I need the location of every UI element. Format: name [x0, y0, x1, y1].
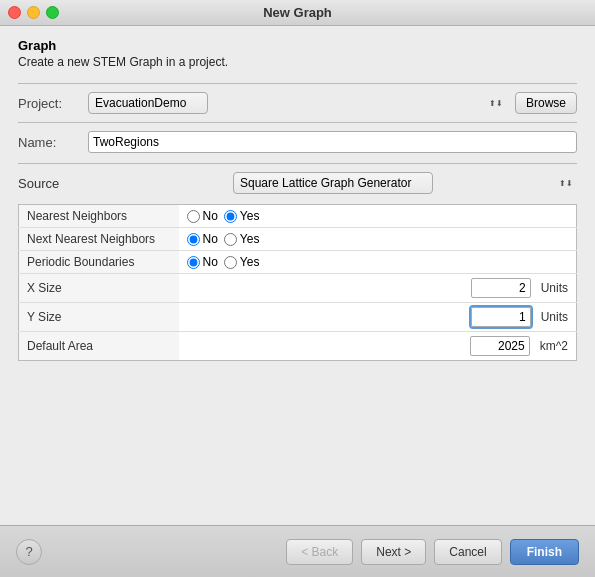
name-input[interactable] — [88, 131, 577, 153]
param-row-next-nearest-neighbors: Next Nearest Neighbors No Yes — [19, 228, 577, 251]
radio-nn-yes[interactable]: Yes — [224, 209, 260, 223]
help-button[interactable]: ? — [16, 539, 42, 565]
source-select-wrapper: Square Lattice Graph Generator — [233, 172, 577, 194]
param-name-x-size: X Size — [19, 274, 179, 303]
separator-2 — [18, 122, 577, 123]
radio-nn-no-input[interactable] — [187, 210, 200, 223]
param-control-periodic-boundaries: No Yes — [179, 251, 577, 274]
next-button[interactable]: Next > — [361, 539, 426, 565]
radio-nnn-no-input[interactable] — [187, 233, 200, 246]
source-select[interactable]: Square Lattice Graph Generator — [233, 172, 433, 194]
project-row: Project: EvacuationDemo Browse — [18, 92, 577, 114]
cancel-button[interactable]: Cancel — [434, 539, 501, 565]
param-control-default-area: km^2 — [179, 332, 577, 361]
minimize-button[interactable] — [27, 6, 40, 19]
param-name-next-nearest-neighbors: Next Nearest Neighbors — [19, 228, 179, 251]
param-row-periodic-boundaries: Periodic Boundaries No Yes — [19, 251, 577, 274]
param-control-nearest-neighbors: No Yes — [179, 205, 577, 228]
radio-nn-yes-input[interactable] — [224, 210, 237, 223]
param-name-nearest-neighbors: Nearest Neighbors — [19, 205, 179, 228]
radio-pb-no-input[interactable] — [187, 256, 200, 269]
name-row: Name: — [18, 131, 577, 153]
radio-nnn-yes[interactable]: Yes — [224, 232, 260, 246]
close-button[interactable] — [8, 6, 21, 19]
param-row-default-area: Default Area km^2 — [19, 332, 577, 361]
source-row: Source Square Lattice Graph Generator — [18, 172, 577, 194]
project-label: Project: — [18, 96, 88, 111]
graph-header: Graph — [18, 38, 577, 53]
x-size-input[interactable] — [471, 278, 531, 298]
param-control-y-size: Units — [179, 303, 577, 332]
project-select-wrapper: EvacuationDemo — [88, 92, 507, 114]
x-size-unit: Units — [537, 281, 568, 295]
browse-button[interactable]: Browse — [515, 92, 577, 114]
param-control-x-size: Units — [179, 274, 577, 303]
project-select[interactable]: EvacuationDemo — [88, 92, 208, 114]
separator-1 — [18, 83, 577, 84]
window-title: New Graph — [263, 5, 332, 20]
source-label: Source — [18, 176, 73, 191]
default-area-input[interactable] — [470, 336, 530, 356]
radio-nn-no[interactable]: No — [187, 209, 218, 223]
default-area-unit: km^2 — [536, 339, 568, 353]
separator-3 — [18, 163, 577, 164]
title-bar: New Graph — [0, 0, 595, 26]
y-size-unit: Units — [537, 310, 568, 324]
parameters-table: Nearest Neighbors No Yes Next Nearest Ne… — [18, 204, 577, 361]
graph-description: Create a new STEM Graph in a project. — [18, 55, 577, 69]
window-controls[interactable] — [8, 6, 59, 19]
radio-nnn-yes-input[interactable] — [224, 233, 237, 246]
radio-pb-yes[interactable]: Yes — [224, 255, 260, 269]
param-control-next-nearest-neighbors: No Yes — [179, 228, 577, 251]
radio-nnn-no[interactable]: No — [187, 232, 218, 246]
param-row-nearest-neighbors: Nearest Neighbors No Yes — [19, 205, 577, 228]
param-name-y-size: Y Size — [19, 303, 179, 332]
finish-button[interactable]: Finish — [510, 539, 579, 565]
param-name-periodic-boundaries: Periodic Boundaries — [19, 251, 179, 274]
param-row-x-size: X Size Units — [19, 274, 577, 303]
y-size-input[interactable] — [471, 307, 531, 327]
param-name-default-area: Default Area — [19, 332, 179, 361]
param-row-y-size: Y Size Units — [19, 303, 577, 332]
main-content: Graph Create a new STEM Graph in a proje… — [0, 26, 595, 383]
radio-pb-no[interactable]: No — [187, 255, 218, 269]
back-button[interactable]: < Back — [286, 539, 353, 565]
bottom-bar: ? < Back Next > Cancel Finish — [0, 525, 595, 577]
name-label: Name: — [18, 135, 88, 150]
radio-pb-yes-input[interactable] — [224, 256, 237, 269]
maximize-button[interactable] — [46, 6, 59, 19]
